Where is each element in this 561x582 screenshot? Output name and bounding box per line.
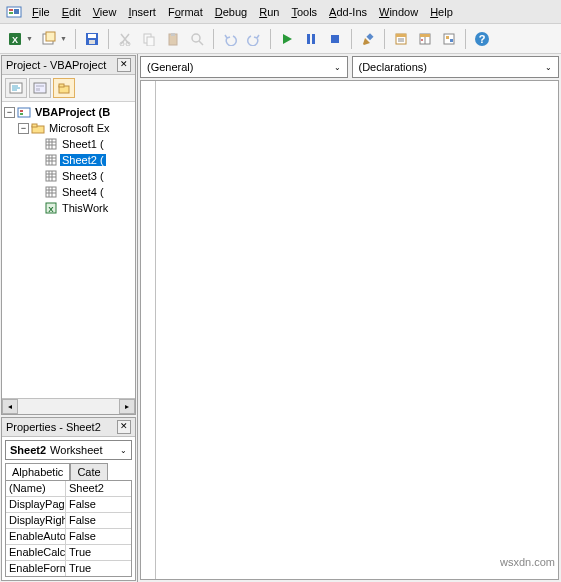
copy-button[interactable] bbox=[138, 28, 160, 50]
toggle-folders-button[interactable] bbox=[53, 78, 75, 98]
run-button[interactable] bbox=[276, 28, 298, 50]
code-editor[interactable] bbox=[140, 80, 559, 580]
properties-object-name: Sheet2 bbox=[10, 444, 46, 456]
redo-button[interactable] bbox=[243, 28, 265, 50]
properties-window-button[interactable] bbox=[414, 28, 436, 50]
worksheet-icon bbox=[44, 137, 58, 151]
tree-sheet-item[interactable]: Sheet2 ( bbox=[4, 152, 133, 168]
tab-categorized[interactable]: Cate bbox=[70, 463, 107, 480]
insert-object-button[interactable] bbox=[38, 28, 60, 50]
menu-format[interactable]: Format bbox=[162, 4, 209, 20]
project-icon bbox=[17, 105, 31, 119]
tree-sheet-label: Sheet4 ( bbox=[60, 186, 106, 198]
undo-button[interactable] bbox=[219, 28, 241, 50]
menu-file[interactable]: File bbox=[26, 4, 56, 20]
property-row[interactable]: DisplayRightFalse bbox=[6, 513, 131, 529]
svg-rect-34 bbox=[446, 36, 449, 39]
collapse-icon[interactable]: − bbox=[4, 107, 15, 118]
tab-alphabetic[interactable]: Alphabetic bbox=[5, 463, 70, 480]
property-row[interactable]: (Name)Sheet2 bbox=[6, 481, 131, 497]
property-row[interactable]: DisplayPageFalse bbox=[6, 497, 131, 513]
tree-workbook[interactable]: X ThisWork bbox=[4, 200, 133, 216]
svg-rect-3 bbox=[14, 9, 19, 14]
reset-button[interactable] bbox=[324, 28, 346, 50]
project-panel-close-button[interactable]: ✕ bbox=[117, 58, 131, 72]
menu-window[interactable]: Window bbox=[373, 4, 424, 20]
svg-text:X: X bbox=[12, 35, 18, 45]
property-name: DisplayPage bbox=[6, 497, 66, 512]
find-button[interactable] bbox=[186, 28, 208, 50]
tree-sheet-label: Sheet3 ( bbox=[60, 170, 106, 182]
svg-rect-67 bbox=[46, 187, 56, 197]
design-mode-button[interactable] bbox=[357, 28, 379, 50]
property-value[interactable]: False bbox=[66, 513, 131, 528]
tree-workbook-label: ThisWork bbox=[60, 202, 110, 214]
properties-object-selector[interactable]: Sheet2 Worksheet ⌄ bbox=[5, 440, 132, 460]
project-explorer-button[interactable] bbox=[390, 28, 412, 50]
svg-rect-62 bbox=[46, 171, 56, 181]
svg-rect-10 bbox=[89, 40, 95, 44]
project-panel-hscrollbar[interactable]: ◂ ▸ bbox=[2, 398, 135, 414]
toolbar: X ▼ ▼ ? bbox=[0, 24, 561, 54]
tree-sheet-item[interactable]: Sheet3 ( bbox=[4, 168, 133, 184]
menu-addins[interactable]: Add-Ins bbox=[323, 4, 373, 20]
object-browser-button[interactable] bbox=[438, 28, 460, 50]
property-row[interactable]: EnableAutoFFalse bbox=[6, 529, 131, 545]
svg-rect-43 bbox=[36, 85, 44, 87]
menu-edit[interactable]: Edit bbox=[56, 4, 87, 20]
properties-object-type: Worksheet bbox=[50, 444, 102, 456]
property-value[interactable]: False bbox=[66, 529, 131, 544]
paste-button[interactable] bbox=[162, 28, 184, 50]
tree-sheet-item[interactable]: Sheet4 ( bbox=[4, 184, 133, 200]
break-button[interactable] bbox=[300, 28, 322, 50]
properties-grid[interactable]: (Name)Sheet2DisplayPageFalseDisplayRight… bbox=[5, 480, 132, 577]
view-object-button[interactable] bbox=[29, 78, 51, 98]
project-tree[interactable]: − VBAProject (B − Microsoft Ex Sheet1 (S… bbox=[2, 102, 135, 398]
menu-insert[interactable]: Insert bbox=[122, 4, 162, 20]
help-button[interactable]: ? bbox=[471, 28, 493, 50]
insert-object-dropdown[interactable]: ▼ bbox=[60, 35, 70, 42]
property-value[interactable]: True bbox=[66, 561, 131, 576]
object-dropdown[interactable]: (General) ⌄ bbox=[140, 56, 348, 78]
svg-line-18 bbox=[199, 41, 203, 45]
properties-panel: Properties - Sheet2 ✕ Sheet2 Worksheet ⌄… bbox=[1, 417, 136, 581]
properties-panel-titlebar: Properties - Sheet2 ✕ bbox=[2, 418, 135, 437]
menu-view[interactable]: View bbox=[87, 4, 123, 20]
tree-folder[interactable]: − Microsoft Ex bbox=[4, 120, 133, 136]
property-row[interactable]: EnableCalcuTrue bbox=[6, 545, 131, 561]
cut-button[interactable] bbox=[114, 28, 136, 50]
property-name: EnableCalcu bbox=[6, 545, 66, 560]
property-row[interactable]: EnableFormaTrue bbox=[6, 561, 131, 577]
tree-sheet-item[interactable]: Sheet1 ( bbox=[4, 136, 133, 152]
properties-panel-close-button[interactable]: ✕ bbox=[117, 420, 131, 434]
tree-sheet-label: Sheet2 ( bbox=[60, 154, 106, 166]
svg-rect-20 bbox=[307, 34, 310, 44]
svg-rect-52 bbox=[46, 139, 56, 149]
scroll-left-button[interactable]: ◂ bbox=[2, 399, 18, 414]
tree-root[interactable]: − VBAProject (B bbox=[4, 104, 133, 120]
view-host-button[interactable]: X bbox=[4, 28, 26, 50]
procedure-dropdown[interactable]: (Declarations) ⌄ bbox=[352, 56, 560, 78]
worksheet-icon bbox=[44, 153, 58, 167]
menu-tools[interactable]: Tools bbox=[285, 4, 323, 20]
save-button[interactable] bbox=[81, 28, 103, 50]
property-value[interactable]: True bbox=[66, 545, 131, 560]
menu-debug[interactable]: Debug bbox=[209, 4, 253, 20]
worksheet-icon bbox=[44, 169, 58, 183]
project-panel-titlebar: Project - VBAProject ✕ bbox=[2, 56, 135, 75]
collapse-icon[interactable]: − bbox=[18, 123, 29, 134]
dropdown-arrow-icon: ⌄ bbox=[120, 446, 127, 455]
property-value[interactable]: Sheet2 bbox=[66, 481, 131, 496]
view-host-dropdown[interactable]: ▼ bbox=[26, 35, 36, 42]
folder-open-icon bbox=[31, 121, 45, 135]
property-value[interactable]: False bbox=[66, 497, 131, 512]
svg-rect-22 bbox=[331, 35, 339, 43]
menubar: File Edit View Insert Format Debug Run T… bbox=[0, 0, 561, 24]
menu-run[interactable]: Run bbox=[253, 4, 285, 20]
property-name: (Name) bbox=[6, 481, 66, 496]
watermark: wsxdn.com bbox=[500, 556, 555, 568]
view-code-button[interactable] bbox=[5, 78, 27, 98]
menu-help[interactable]: Help bbox=[424, 4, 459, 20]
scroll-right-button[interactable]: ▸ bbox=[119, 399, 135, 414]
property-name: DisplayRight bbox=[6, 513, 66, 528]
